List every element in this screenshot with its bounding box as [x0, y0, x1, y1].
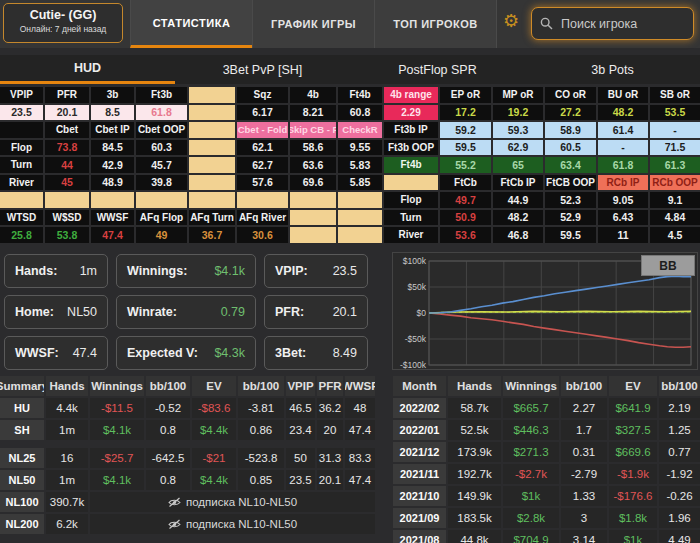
hud-tab-3[interactable]: PostFlop SPR — [350, 55, 525, 84]
stat-value: $4.1k — [214, 264, 245, 278]
months-cell: 2.19 — [659, 398, 700, 418]
main-tab-3[interactable]: ТОП ИГРОКОВ — [374, 0, 497, 48]
hud-cell-r5c11: 65 — [493, 157, 543, 173]
hud-cell-r3c4: Cbet OOP — [136, 122, 187, 138]
stat-box-pfr: PFR:20.1 — [264, 295, 368, 329]
months-cell: $1k — [503, 486, 559, 506]
hud-cell-r7c14: 9.1 — [650, 192, 700, 208]
hud-cell-r7c8 — [338, 192, 382, 208]
player-info-box[interactable]: Cutie- (GG) Онлайн: 7 дней назад — [3, 3, 123, 43]
hud-cell-r8c6: AFq River — [237, 210, 288, 226]
summary-row-label: NL200 — [0, 514, 44, 534]
chart-blue-line — [429, 276, 691, 313]
hud-cell-r7c9: Flop — [384, 192, 438, 208]
hud-cell-r4c14: 71.5 — [650, 140, 700, 156]
summary-cell: $4.1k — [90, 470, 144, 490]
summary-cell: 16 — [46, 448, 88, 468]
hud-cell-r6c12: FtCB OOP — [545, 175, 596, 191]
hud-cell-r6c13: RCb IP — [598, 175, 648, 191]
months-cell: 0.77 — [659, 442, 700, 462]
months-row-label: 2022/01 — [393, 420, 446, 440]
hud-cell-r1c11: MP oR — [493, 87, 543, 103]
months-cell: $327.5 — [609, 420, 657, 440]
search-icon — [540, 17, 553, 30]
hud-cell-r2c11: 19.2 — [493, 105, 543, 121]
summary-header-4: bb/100 — [146, 376, 190, 396]
hud-cell-r8c8 — [338, 210, 382, 226]
months-cell: $2.8k — [503, 508, 559, 528]
summary-header-7: VPIP — [286, 376, 315, 396]
summary-locked-subscription[interactable]: подписка NL10-NL50 — [90, 492, 375, 512]
hud-cell-r7c5 — [189, 192, 235, 208]
summary-header-2: Hands — [46, 376, 88, 396]
hud-cell-r7c10: 49.7 — [440, 192, 491, 208]
player-online-status: Онлайн: 7 дней назад — [4, 24, 122, 34]
hud-cell-r6c7: 69.6 — [290, 175, 336, 191]
hud-cell-r4c12: 60.5 — [545, 140, 596, 156]
stat-summary-boxes: Hands:1mWinnings:$4.1kVPIP:23.5Home:NL50… — [4, 254, 372, 370]
hud-cell-r2c4: 61.8 — [136, 105, 187, 121]
hud-cell-r5c10: 55.2 — [440, 157, 491, 173]
stat-value: NL50 — [67, 305, 97, 319]
stat-label: Expected V: — [127, 346, 198, 360]
hud-cell-r4c5 — [189, 140, 235, 156]
months-header-1: Month — [393, 376, 446, 396]
hud-tab-2[interactable]: 3Bet PvP [SH] — [175, 55, 350, 84]
summary-cell: 47.4 — [345, 470, 375, 490]
months-cell: -$1.9k — [609, 464, 657, 484]
stat-label: Winnings: — [127, 264, 187, 278]
search-input[interactable] — [559, 16, 685, 32]
stat-value: $4.3k — [214, 346, 245, 360]
hud-cell-r8c2: W$SD — [45, 210, 89, 226]
months-cell: $1.8k — [609, 508, 657, 528]
hud-cell-r8c3: WWSF — [91, 210, 134, 226]
months-cell: 1.25 — [659, 420, 700, 440]
hud-cell-r7c13: 9.05 — [598, 192, 648, 208]
months-cell: 173.9k — [448, 442, 501, 462]
chart-ytick: -$50k — [405, 334, 427, 344]
months-cell: $704.9 — [503, 530, 559, 543]
hud-cell-r7c1 — [0, 192, 43, 208]
hud-cell-r9c10: 53.6 — [440, 227, 491, 243]
hud-cell-r5c9: Ft4b — [384, 157, 438, 173]
main-tab-2[interactable]: ГРАФИК ИГРЫ — [252, 0, 374, 48]
hud-cell-r3c10: 59.2 — [440, 122, 491, 138]
summary-cell: 390.7k — [46, 492, 88, 512]
gear-icon[interactable]: ⚙ — [503, 12, 519, 30]
summary-cell: -$25.7 — [90, 448, 144, 468]
hud-cell-r6c1: River — [0, 175, 43, 191]
main-tab-1[interactable]: СТАТИСТИКА — [130, 0, 252, 48]
hud-cell-r2c14: 53.5 — [650, 105, 700, 121]
months-cell: 3 — [561, 508, 607, 528]
months-cell: $446.3 — [503, 420, 559, 440]
hud-cell-r9c7 — [290, 227, 336, 243]
hud-cell-r9c14: 4.5 — [650, 227, 700, 243]
stat-box-hands: Hands:1m — [4, 254, 108, 288]
months-cell: 149.9k — [448, 486, 501, 506]
summary-cell: 31.3 — [317, 448, 343, 468]
hud-cell-r6c9 — [384, 175, 438, 191]
stat-value: 20.1 — [333, 305, 357, 319]
hud-cell-r4c6: 62.1 — [237, 140, 288, 156]
hud-tab-4[interactable]: 3b Pots — [525, 55, 700, 84]
summary-cell: 50 — [286, 448, 315, 468]
hud-cell-r4c11: 62.9 — [493, 140, 543, 156]
summary-header-1: Summary — [0, 376, 44, 396]
chart-legend-bb-toggle[interactable]: BB — [641, 255, 695, 276]
hud-cell-r8c9: Turn — [384, 210, 438, 226]
months-header-5: EV — [609, 376, 657, 396]
hud-cell-r7c3 — [91, 192, 134, 208]
summary-group-divider — [0, 442, 375, 446]
summary-cell: 4.4k — [46, 398, 88, 418]
hud-cell-r5c1: Turn — [0, 157, 43, 173]
months-cell: -0.26 — [659, 486, 700, 506]
hud-cell-r3c8: CheckR — [338, 122, 382, 138]
stat-label: Winrate: — [127, 305, 177, 319]
hud-cell-r4c9: Ft3b OOP — [384, 140, 438, 156]
stat-box-3bet: 3Bet:8.49 — [264, 336, 368, 370]
hud-cell-r2c9: 2.29 — [384, 105, 438, 121]
hud-cell-r9c9: River — [384, 227, 438, 243]
summary-locked-subscription[interactable]: подписка NL10-NL50 — [90, 514, 375, 534]
months-cell: -$2.7k — [503, 464, 559, 484]
hud-tab-1[interactable]: HUD — [0, 55, 175, 84]
